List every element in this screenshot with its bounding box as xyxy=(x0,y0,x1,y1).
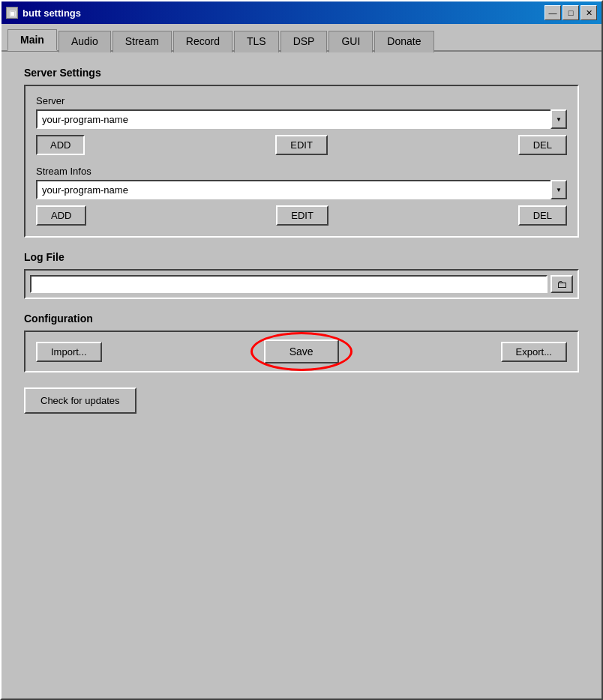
stream-infos-section: Stream Infos your-program-name ▼ ADD EDI… xyxy=(36,166,567,226)
title-bar-controls: — □ ✕ xyxy=(544,5,597,20)
restore-button[interactable]: □ xyxy=(562,5,579,20)
log-file-title: Log File xyxy=(24,251,579,263)
server-select-arrow[interactable]: ▼ xyxy=(550,109,567,129)
import-button[interactable]: Import... xyxy=(36,342,102,362)
save-button-wrapper: Save xyxy=(264,340,339,363)
tab-donate[interactable]: Donate xyxy=(374,31,434,52)
tab-gui[interactable]: GUI xyxy=(328,31,373,52)
window-title: butt settings xyxy=(22,7,81,19)
tab-record[interactable]: Record xyxy=(173,31,232,52)
main-window: ▣ butt settings — □ ✕ Main Audio Stream … xyxy=(0,0,603,700)
minimize-button[interactable]: — xyxy=(544,5,561,20)
log-file-folder-button[interactable]: 🗀 xyxy=(550,275,573,293)
log-file-input[interactable] xyxy=(30,275,548,293)
stream-infos-select[interactable]: your-program-name xyxy=(36,180,567,199)
server-label: Server xyxy=(36,95,567,106)
tab-stream[interactable]: Stream xyxy=(112,31,172,52)
server-select-wrapper: your-program-name ▼ xyxy=(36,109,567,129)
stream-infos-del-button[interactable]: DEL xyxy=(518,205,567,226)
configuration-box: Import... Save Export... xyxy=(24,331,579,372)
server-buttons-row: ADD EDIT DEL xyxy=(36,135,567,155)
config-buttons-row: Import... Save Export... xyxy=(36,340,567,363)
title-bar: ▣ butt settings — □ ✕ xyxy=(2,1,602,24)
server-select-row: your-program-name ▼ xyxy=(36,109,567,129)
configuration-section: Configuration Import... Save Export... xyxy=(24,313,579,372)
stream-infos-select-wrapper: your-program-name ▼ xyxy=(36,180,567,199)
stream-infos-edit-button[interactable]: EDIT xyxy=(276,205,328,226)
configuration-title: Configuration xyxy=(24,313,579,325)
folder-icon: 🗀 xyxy=(556,278,567,290)
tab-main[interactable]: Main xyxy=(8,29,57,51)
log-file-section: Log File 🗀 xyxy=(24,251,579,299)
log-file-input-row: 🗀 xyxy=(24,269,579,299)
tab-tls[interactable]: TLS xyxy=(234,31,279,52)
stream-infos-label: Stream Infos xyxy=(36,166,567,177)
check-updates-button[interactable]: Check for updates xyxy=(24,387,136,414)
server-settings-title: Server Settings xyxy=(24,67,579,79)
app-icon: ▣ xyxy=(6,7,18,19)
stream-infos-add-button[interactable]: ADD xyxy=(36,205,86,226)
server-edit-button[interactable]: EDIT xyxy=(275,135,328,155)
title-bar-left: ▣ butt settings xyxy=(6,7,81,19)
stream-infos-select-arrow[interactable]: ▼ xyxy=(550,180,567,199)
tab-audio[interactable]: Audio xyxy=(58,31,111,52)
stream-infos-select-row: your-program-name ▼ xyxy=(36,180,567,199)
server-del-button[interactable]: DEL xyxy=(518,135,567,155)
stream-infos-buttons-row: ADD EDIT DEL xyxy=(36,205,567,226)
main-content: Server Settings Server your-program-name… xyxy=(2,52,602,699)
server-settings-group: Server your-program-name ▼ ADD EDIT DEL … xyxy=(24,85,579,238)
server-add-button[interactable]: ADD xyxy=(36,135,85,155)
tab-bar: Main Audio Stream Record TLS DSP GUI Don… xyxy=(2,24,602,52)
server-select[interactable]: your-program-name xyxy=(36,109,567,129)
tab-dsp[interactable]: DSP xyxy=(280,31,328,52)
close-button[interactable]: ✕ xyxy=(580,5,597,20)
save-button[interactable]: Save xyxy=(264,340,339,363)
export-button[interactable]: Export... xyxy=(501,342,567,362)
